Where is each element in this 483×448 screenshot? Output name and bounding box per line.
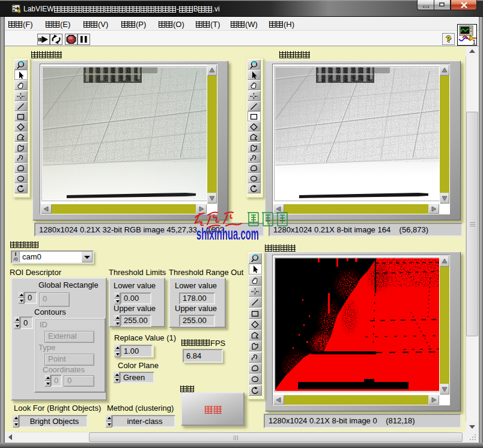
svg-text:1: 1 bbox=[472, 38, 476, 45]
